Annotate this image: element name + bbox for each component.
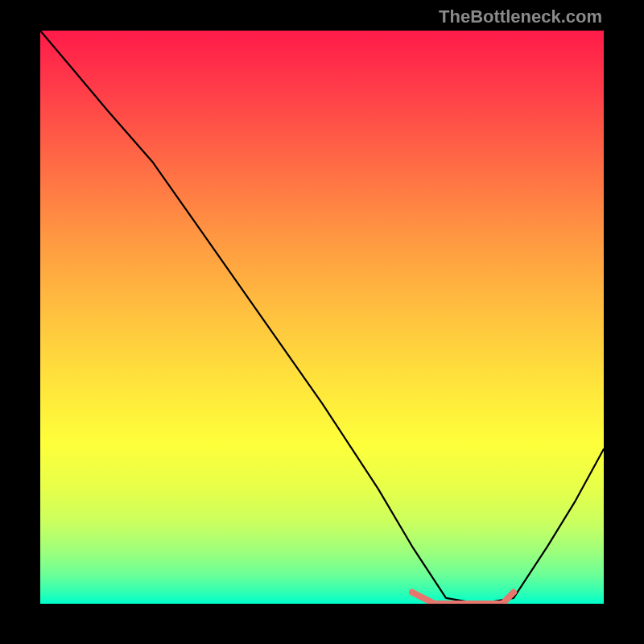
attribution-watermark: TheBottleneck.com [439, 6, 602, 27]
data-curve [40, 31, 604, 604]
optimal-range-marker [412, 592, 514, 604]
chart-container: TheBottleneck.com [0, 0, 644, 644]
chart-curves-svg [40, 31, 604, 604]
